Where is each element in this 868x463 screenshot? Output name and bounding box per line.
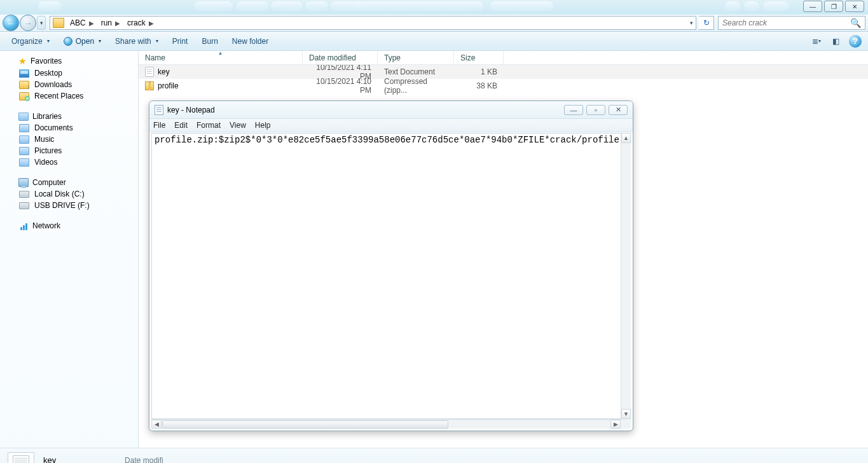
column-header-name[interactable]: Name▲ <box>139 51 303 64</box>
column-headers: Name▲ Date modified Type Size <box>139 51 868 65</box>
os-titlebar: — ❐ ✕ <box>0 0 868 15</box>
file-row[interactable]: profile 10/15/2021 4:10 PM Compressed (z… <box>139 79 868 93</box>
column-header-size[interactable]: Size <box>454 51 504 64</box>
notepad-close-button[interactable]: ✕ <box>609 105 628 115</box>
notepad-text-area[interactable]: profile.zip:$zip2$*0*3*0*e82ce5f5ae5f339… <box>151 133 631 419</box>
text-file-icon <box>13 455 29 464</box>
sidebar-item-videos[interactable]: Videos <box>0 156 138 168</box>
file-name: key <box>158 67 170 76</box>
zip-file-icon <box>145 81 154 90</box>
share-with-button[interactable]: Share with▾ <box>110 35 163 48</box>
breadcrumb[interactable]: ABC▶ <box>68 18 99 27</box>
pictures-icon <box>19 147 29 155</box>
notepad-window[interactable]: key - Notepad — ▫ ✕ File Edit Format Vie… <box>149 100 633 431</box>
notepad-menu-format[interactable]: Format <box>196 121 221 130</box>
file-size: 38 KB <box>454 81 504 90</box>
notepad-resize-grip[interactable] <box>621 419 631 429</box>
notepad-menu-edit[interactable]: Edit <box>174 121 188 130</box>
help-button[interactable]: ? <box>849 35 862 48</box>
notepad-menu-view[interactable]: View <box>230 121 246 130</box>
sidebar-item-pictures[interactable]: Pictures <box>0 145 138 156</box>
column-header-date[interactable]: Date modified <box>303 51 378 64</box>
recent-places-icon <box>19 92 29 100</box>
view-options-button[interactable]: ≣ ▾ <box>811 36 822 46</box>
details-file-name: key <box>43 455 94 463</box>
file-type: Text Document <box>378 67 454 76</box>
new-folder-button[interactable]: New folder <box>227 35 273 48</box>
os-maximize-button[interactable]: ❐ <box>824 1 843 12</box>
usb-drive-icon <box>19 202 29 209</box>
nav-back-button[interactable]: ← <box>3 15 19 31</box>
file-date: 10/15/2021 4:10 PM <box>303 77 378 95</box>
notepad-vscrollbar[interactable]: ▲▼ <box>621 133 631 419</box>
notepad-maximize-button[interactable]: ▫ <box>586 105 605 115</box>
details-thumbnail <box>8 452 34 464</box>
details-pane: key Text Document Date modifi Size:143 b… <box>0 448 868 463</box>
drive-icon <box>19 191 29 198</box>
breadcrumb[interactable]: run▶ <box>99 18 125 27</box>
preview-pane-button[interactable]: ◧ <box>830 36 841 46</box>
file-row[interactable]: key 10/15/2021 4:11 PM Text Document 1 K… <box>139 65 868 79</box>
burn-button[interactable]: Burn <box>196 35 223 48</box>
notepad-title: key - Notepad <box>167 106 215 114</box>
os-minimize-button[interactable]: — <box>803 1 822 12</box>
sidebar-item-usb-drive-f[interactable]: USB DRIVE (F:) <box>0 200 138 211</box>
notepad-minimize-button[interactable]: — <box>564 105 583 115</box>
sort-ascending-icon: ▲ <box>218 50 223 56</box>
address-bar[interactable]: ABC▶ run▶ crack▶ ▾ <box>50 16 696 30</box>
sidebar-item-recent-places[interactable]: Recent Places <box>0 90 138 102</box>
sidebar-item-local-disk-c[interactable]: Local Disk (C:) <box>0 188 138 200</box>
search-box[interactable]: 🔍 <box>718 16 865 30</box>
sidebar-item-music[interactable]: Music <box>0 134 138 145</box>
address-dropdown-icon[interactable]: ▾ <box>690 20 693 26</box>
search-input[interactable] <box>722 18 850 27</box>
sidebar-item-desktop[interactable]: Desktop <box>0 67 138 79</box>
open-button[interactable]: Open▾ <box>59 35 106 48</box>
text-file-icon <box>145 67 154 77</box>
breadcrumb[interactable]: crack▶ <box>125 18 159 27</box>
nav-forward-button[interactable]: → <box>20 15 36 31</box>
computer-icon <box>18 178 29 187</box>
notepad-hscrollbar[interactable]: ◀▶ <box>151 419 621 429</box>
nav-history-dropdown[interactable]: ▾ <box>37 16 46 30</box>
network-icon <box>18 221 29 230</box>
file-list-pane: Name▲ Date modified Type Size key 10/15/… <box>139 51 868 448</box>
notepad-titlebar[interactable]: key - Notepad — ▫ ✕ <box>149 101 633 119</box>
details-date-label: Date modifi <box>125 456 163 464</box>
open-icon <box>64 37 72 46</box>
notepad-menu-file[interactable]: File <box>153 121 165 130</box>
libraries-icon <box>18 113 29 121</box>
downloads-icon <box>19 81 29 89</box>
navigation-sidebar: ★Favorites Desktop Downloads Recent Plac… <box>0 51 139 448</box>
print-button[interactable]: Print <box>167 35 193 48</box>
scrollbar-thumb[interactable] <box>162 420 448 429</box>
star-icon: ★ <box>18 56 27 66</box>
sidebar-section-computer[interactable]: Computer <box>0 177 138 188</box>
sidebar-item-downloads[interactable]: Downloads <box>0 79 138 90</box>
explorer-nav: ← → ▾ ABC▶ run▶ crack▶ ▾ ↻ 🔍 <box>0 15 868 32</box>
folder-icon <box>53 18 64 28</box>
notepad-icon <box>155 105 163 115</box>
search-icon: 🔍 <box>850 18 861 28</box>
file-type: Compressed (zipp... <box>378 77 454 95</box>
sidebar-section-network[interactable]: Network <box>0 220 138 232</box>
refresh-icon: ↻ <box>703 18 710 27</box>
notepad-menu-help[interactable]: Help <box>255 121 271 130</box>
sidebar-item-documents[interactable]: Documents <box>0 122 138 134</box>
organize-button[interactable]: Organize▾ <box>6 35 55 48</box>
videos-icon <box>19 158 29 167</box>
refresh-button[interactable]: ↻ <box>699 16 714 30</box>
sidebar-section-libraries[interactable]: Libraries <box>0 111 138 122</box>
file-name: profile <box>158 81 179 90</box>
column-header-type[interactable]: Type <box>378 51 454 64</box>
documents-icon <box>19 124 29 132</box>
sidebar-section-favorites[interactable]: ★Favorites <box>0 55 138 67</box>
os-close-button[interactable]: ✕ <box>845 1 864 12</box>
file-size: 1 KB <box>454 67 504 76</box>
desktop-icon <box>19 69 29 78</box>
music-icon <box>19 135 29 144</box>
notepad-menubar: File Edit Format View Help <box>149 119 633 132</box>
explorer-toolbar: Organize▾ Open▾ Share with▾ Print Burn N… <box>0 32 868 51</box>
